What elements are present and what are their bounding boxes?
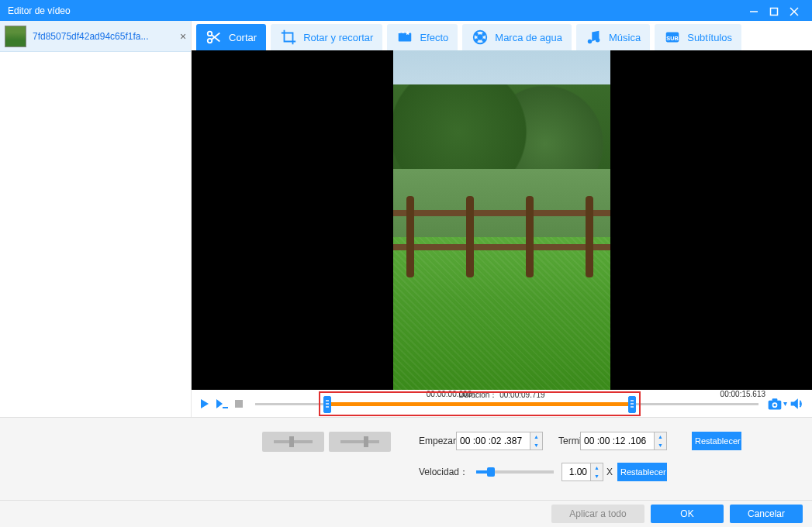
tab-label: Efecto xyxy=(420,32,448,43)
video-frame xyxy=(393,50,610,390)
svg-point-4 xyxy=(208,32,213,36)
speed-spinner[interactable]: ▲▼ xyxy=(591,463,603,481)
tab-label: Marca de agua xyxy=(495,32,562,43)
trim-start-handle[interactable] xyxy=(323,396,331,413)
ok-button[interactable]: OK xyxy=(651,505,724,523)
reset-speed-button[interactable]: Restablecer xyxy=(617,463,667,481)
svg-point-15 xyxy=(475,39,478,41)
music-icon xyxy=(586,29,603,46)
svg-point-14 xyxy=(483,33,485,36)
svg-rect-23 xyxy=(235,400,243,408)
end-time-field: Terminar ▲▼ xyxy=(558,432,667,450)
svg-text:SUB: SUB xyxy=(666,35,678,42)
play-next-button[interactable] xyxy=(215,397,229,411)
start-spinner[interactable]: ▲▼ xyxy=(530,432,543,450)
svg-marker-21 xyxy=(216,399,223,408)
svg-rect-25 xyxy=(772,398,778,401)
speed-thumb[interactable] xyxy=(487,467,495,477)
tab-label: Subtítulos xyxy=(687,32,732,43)
editor-tabs: Cortar Rotar y recortar Efecto Marca de … xyxy=(192,21,812,50)
close-button[interactable] xyxy=(784,5,804,17)
speed-field: Velocidad： ▲▼ X xyxy=(419,463,613,481)
file-item[interactable]: 7fd85075df42ad94c65f1fa... × xyxy=(0,21,191,52)
cut-panel: Empezar ▲▼ Terminar ▲▼ Restablecer Veloc… xyxy=(0,417,812,500)
reset-time-button[interactable]: Restablecer xyxy=(692,432,741,450)
tab-subtitles[interactable]: SUB Subtítulos xyxy=(655,24,741,50)
window-title: Editor de vídeo xyxy=(8,5,71,16)
timeline-track[interactable] xyxy=(255,396,758,412)
tab-cut[interactable]: Cortar xyxy=(196,24,266,50)
play-button[interactable] xyxy=(198,397,212,411)
svg-point-17 xyxy=(596,38,600,42)
file-close-button[interactable]: × xyxy=(175,30,191,43)
svg-point-13 xyxy=(475,33,478,36)
svg-marker-28 xyxy=(791,398,798,408)
playback-controls: 00:00:00.000 Duración： 00:00:09.719 00:0… xyxy=(192,390,812,417)
subtitles-icon: SUB xyxy=(664,29,681,46)
end-spinner[interactable]: ▲▼ xyxy=(655,432,667,450)
video-preview xyxy=(192,50,812,390)
maximize-button[interactable] xyxy=(764,5,784,17)
svg-rect-8 xyxy=(399,33,412,42)
file-thumbnail xyxy=(5,26,26,47)
apply-all-button[interactable]: Aplicar a todo xyxy=(551,505,644,523)
start-label: Empezar xyxy=(419,436,456,446)
crop-icon xyxy=(280,29,297,46)
selection-range xyxy=(327,402,633,406)
end-label: Terminar xyxy=(558,436,580,446)
tab-effect[interactable]: Efecto xyxy=(387,24,458,50)
start-time-input[interactable] xyxy=(456,432,530,450)
snapshot-button[interactable] xyxy=(766,395,783,412)
split-left-button[interactable] xyxy=(262,432,324,452)
speed-input[interactable] xyxy=(561,463,591,481)
svg-point-12 xyxy=(479,35,483,40)
trim-end-handle[interactable] xyxy=(628,396,636,413)
effect-icon xyxy=(396,29,413,46)
tab-watermark[interactable]: Marca de agua xyxy=(462,24,572,50)
svg-point-27 xyxy=(773,404,776,406)
cancel-button[interactable]: Cancelar xyxy=(730,505,803,523)
end-time-input[interactable] xyxy=(580,432,655,450)
svg-point-5 xyxy=(208,39,213,43)
svg-rect-1 xyxy=(771,8,778,15)
speed-label: Velocidad： xyxy=(419,466,468,479)
titlebar: Editor de vídeo xyxy=(0,0,812,21)
scissors-icon xyxy=(206,29,223,46)
start-time-field: Empezar ▲▼ xyxy=(419,432,543,450)
svg-rect-9 xyxy=(399,32,401,33)
svg-rect-22 xyxy=(223,407,228,408)
stop-button[interactable] xyxy=(232,397,246,411)
tab-music[interactable]: Música xyxy=(576,24,650,50)
svg-rect-10 xyxy=(403,32,405,33)
footer: Aplicar a todo OK Cancelar xyxy=(0,500,812,527)
tab-label: Cortar xyxy=(229,32,257,43)
tab-label: Rotar y recortar xyxy=(303,32,373,43)
tab-label: Música xyxy=(609,32,641,43)
split-right-button[interactable] xyxy=(329,432,391,452)
watermark-icon xyxy=(472,29,489,46)
file-sidebar: 7fd85075df42ad94c65f1fa... × xyxy=(0,21,192,417)
volume-button[interactable] xyxy=(789,395,806,412)
file-name-label: 7fd85075df42ad94c65f1fa... xyxy=(26,31,175,42)
tab-rotate[interactable]: Rotar y recortar xyxy=(271,24,382,50)
svg-point-16 xyxy=(483,39,485,41)
speed-slider[interactable] xyxy=(476,470,554,474)
svg-marker-20 xyxy=(201,399,209,408)
speed-suffix: X xyxy=(606,467,613,477)
minimize-button[interactable] xyxy=(744,5,764,17)
